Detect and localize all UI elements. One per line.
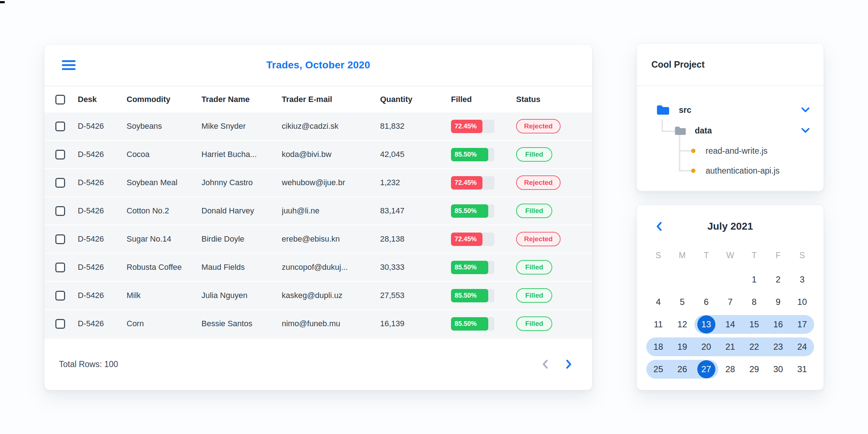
row-checkbox[interactable] — [55, 178, 65, 188]
calendar-day[interactable]: 11 — [646, 315, 670, 334]
filled-progress-value: 85.50% — [451, 317, 488, 331]
calendar-day[interactable]: 31 — [790, 360, 814, 379]
table-body: D-5426SoybeansMike Snydercikiuz@cadzi.sk… — [44, 112, 592, 337]
chevron-down-icon[interactable] — [800, 107, 810, 113]
tree-connector — [661, 119, 663, 132]
cell-trader-name: Johnny Castro — [201, 178, 282, 187]
calendar-day[interactable]: 2 — [766, 270, 790, 289]
previous-page-icon[interactable] — [541, 359, 550, 370]
tree-connector — [679, 150, 692, 152]
calendar-day[interactable]: 30 — [766, 360, 790, 379]
cell-commodity: Soybean Meal — [127, 178, 201, 187]
calendar-day[interactable]: 3 — [790, 270, 814, 289]
menu-icon[interactable] — [62, 60, 76, 70]
calendar-day[interactable]: 16 — [766, 315, 790, 334]
row-checkbox[interactable] — [55, 234, 65, 244]
calendar-day[interactable]: 14 — [718, 315, 742, 334]
cell-quantity: 16,139 — [380, 319, 451, 328]
filled-progress-bar: 72.45% — [451, 176, 494, 190]
calendar-day[interactable]: 18 — [646, 337, 670, 356]
row-checkbox[interactable] — [55, 319, 65, 329]
cell-status: Filled — [516, 204, 581, 218]
table-row: D-5426Sugar No.14Birdie Doyleerebe@ebisu… — [44, 225, 592, 253]
cell-commodity: Cotton No.2 — [127, 206, 201, 216]
cell-desk: D-5426 — [78, 150, 127, 159]
table-row: D-5426Cotton No.2Donald Harveyjuuh@li.ne… — [44, 197, 592, 225]
filled-progress-value: 85.50% — [451, 261, 488, 274]
row-checkbox-cell — [55, 263, 78, 272]
calendar-day[interactable]: 21 — [718, 337, 742, 356]
row-checkbox-cell — [55, 291, 78, 301]
calendar-day[interactable]: 25 — [646, 360, 670, 379]
cell-trader-name: Bessie Santos — [201, 319, 282, 328]
chevron-down-icon[interactable] — [800, 127, 810, 134]
calendar-day[interactable]: 5 — [670, 293, 694, 311]
cell-trader-name: Mike Snyder — [201, 122, 282, 131]
calendar-day[interactable]: 28 — [718, 360, 742, 379]
project-title: Cool Project — [651, 59, 705, 70]
column-header-status: Status — [516, 95, 581, 104]
filled-progress-bar: 72.45% — [451, 233, 494, 246]
weekday-label: F — [766, 251, 790, 267]
calendar-header: July 2021 — [646, 205, 814, 248]
calendar-day[interactable]: 24 — [790, 337, 814, 356]
next-page-icon[interactable] — [564, 359, 573, 370]
calendar-day[interactable]: 6 — [694, 293, 718, 311]
cell-commodity: Robusta Coffee — [127, 263, 201, 272]
row-checkbox[interactable] — [55, 122, 65, 131]
status-badge: Rejected — [516, 232, 561, 246]
tree-item-data[interactable]: data — [675, 121, 824, 140]
row-checkbox[interactable] — [55, 291, 65, 301]
calendar-day[interactable]: 19 — [670, 337, 694, 356]
select-all-checkbox[interactable] — [55, 95, 65, 105]
column-header-filled: Filled — [451, 95, 516, 104]
filled-progress-value: 72.45% — [451, 176, 482, 190]
calendar-day[interactable]: 27 — [694, 360, 718, 379]
row-checkbox-cell — [55, 150, 78, 159]
calendar-day[interactable]: 9 — [766, 293, 790, 311]
filled-progress-value: 72.45% — [451, 233, 482, 246]
cell-filled: 85.50% — [451, 289, 516, 302]
filled-progress-bar: 85.50% — [451, 204, 494, 218]
status-badge: Filled — [516, 204, 552, 218]
calendar-title: July 2021 — [707, 221, 753, 232]
tree-item-file[interactable]: read-and-write.js — [691, 141, 824, 160]
table-row: D-5426MilkJulia Nguyenkaskeg@dupli.uz27,… — [44, 282, 592, 309]
calendar-day[interactable]: 17 — [790, 315, 814, 334]
calendar-day[interactable]: 29 — [742, 360, 766, 379]
calendar-day[interactable]: 8 — [742, 293, 766, 311]
cell-trader-email: zuncopof@dukuj... — [282, 263, 380, 272]
calendar-day[interactable]: 7 — [718, 293, 742, 311]
calendar-empty-cell — [718, 270, 742, 289]
calendar-day[interactable]: 23 — [766, 337, 790, 356]
calendar-day[interactable]: 22 — [742, 337, 766, 356]
tree-item-file[interactable]: authentication-api.js — [691, 161, 824, 180]
cell-quantity: 42,045 — [380, 150, 451, 159]
cell-commodity: Milk — [127, 291, 201, 300]
cell-commodity: Sugar No.14 — [127, 234, 201, 244]
calendar-day[interactable]: 15 — [742, 315, 766, 334]
table-row: D-5426Robusta CoffeeMaud Fieldszuncopof@… — [44, 254, 592, 281]
calendar-prev-month-icon[interactable] — [655, 221, 664, 231]
calendar-day[interactable]: 13 — [694, 315, 718, 334]
filled-progress-bar: 85.50% — [451, 317, 494, 331]
calendar-day[interactable]: 20 — [694, 337, 718, 356]
tree-item-src[interactable]: src — [656, 101, 824, 119]
column-header-trader-email: Trader E-mail — [282, 95, 380, 104]
cell-filled: 72.45% — [451, 120, 516, 133]
cell-filled: 72.45% — [451, 176, 516, 190]
cell-quantity: 30,333 — [380, 263, 451, 272]
calendar-day[interactable]: 10 — [790, 293, 814, 311]
calendar-day[interactable]: 4 — [646, 293, 670, 311]
calendar-day[interactable]: 1 — [742, 270, 766, 289]
row-checkbox[interactable] — [55, 206, 65, 216]
calendar-day[interactable]: 26 — [670, 360, 694, 379]
row-checkbox[interactable] — [55, 263, 65, 272]
row-checkbox[interactable] — [55, 150, 65, 159]
column-header-commodity: Commodity — [127, 95, 201, 104]
calendar-day[interactable]: 12 — [670, 315, 694, 334]
column-header-quantity: Quantity — [380, 95, 451, 104]
filled-progress-value: 85.50% — [451, 204, 488, 218]
column-header-trader-name: Trader Name — [201, 95, 282, 104]
cell-desk: D-5426 — [78, 263, 127, 272]
